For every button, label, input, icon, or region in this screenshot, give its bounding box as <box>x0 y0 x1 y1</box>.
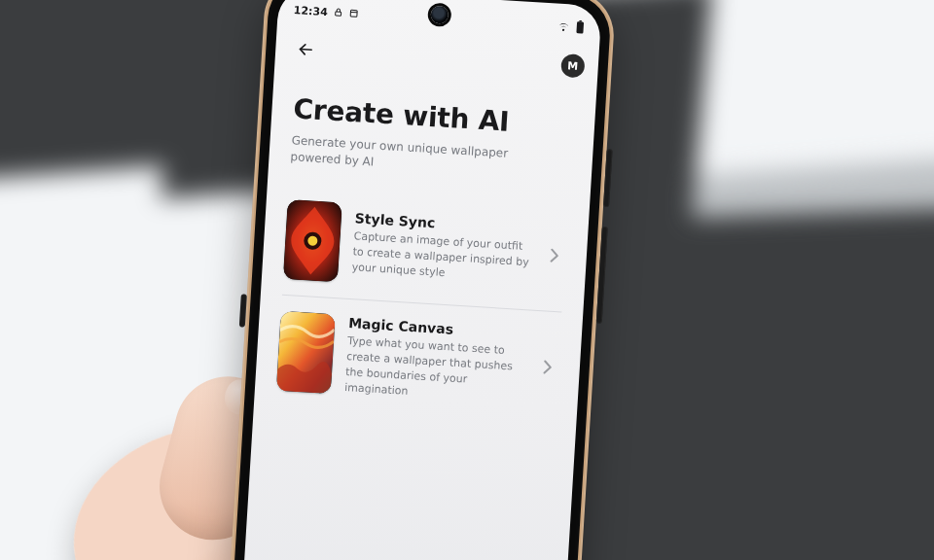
svg-rect-0 <box>336 12 341 17</box>
wifi-icon <box>557 20 571 33</box>
phone-screen: 12:34 <box>238 0 602 560</box>
page-subtitle: Generate your own unique wallpaper power… <box>290 132 545 182</box>
svg-rect-3 <box>579 20 582 22</box>
phone-device: 12:34 <box>224 0 616 560</box>
chevron-right-icon <box>543 247 565 263</box>
avatar-initial: M <box>567 59 579 73</box>
avatar[interactable]: M <box>560 53 585 78</box>
status-clock: 12:34 <box>293 4 328 18</box>
feature-description: Type what you want to see to create a wa… <box>344 333 525 406</box>
chevron-right-icon <box>536 359 558 375</box>
svg-rect-1 <box>350 10 357 17</box>
feature-style-sync[interactable]: Style Sync Capture an image of your outf… <box>282 186 568 309</box>
feature-magic-canvas[interactable]: Magic Canvas Type what you want to see t… <box>275 298 561 422</box>
back-button[interactable] <box>288 32 323 67</box>
feature-list: Style Sync Capture an image of your outf… <box>275 186 568 422</box>
magic-canvas-thumbnail <box>276 311 336 394</box>
svg-rect-2 <box>576 21 584 33</box>
style-sync-thumbnail <box>283 199 342 282</box>
lock-icon <box>333 8 343 18</box>
battery-icon <box>575 20 586 35</box>
app-window-icon <box>348 9 359 19</box>
feature-description: Capture an image of your outfit to creat… <box>351 229 531 287</box>
